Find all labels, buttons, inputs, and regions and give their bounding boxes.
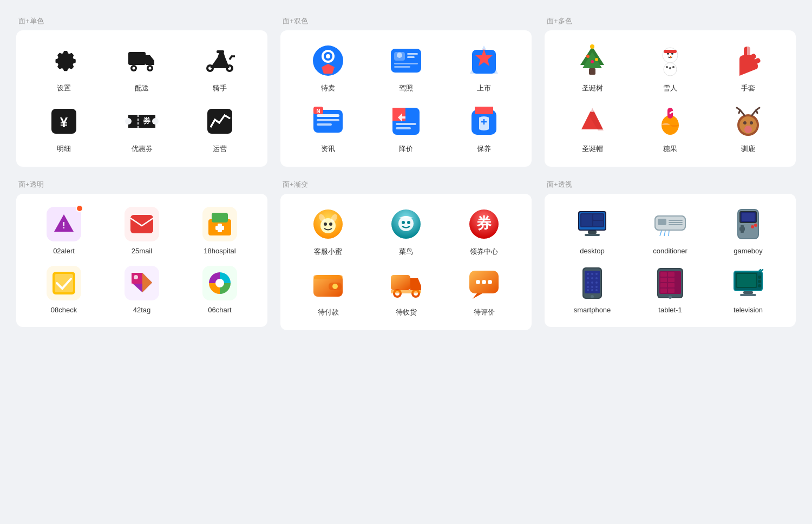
svg-point-20 [326, 54, 330, 58]
section-perspective-title: 面+透视 [545, 180, 796, 189]
voucher-icon: 券 [467, 207, 501, 241]
svg-point-45 [586, 55, 590, 58]
list-item: ¥ 明细 [25, 104, 103, 154]
card-perspective: desktop [545, 194, 796, 327]
svg-point-104 [482, 280, 486, 284]
maintain-icon [467, 104, 501, 139]
svg-point-139 [591, 273, 593, 275]
svg-point-93 [332, 284, 338, 289]
list-item: 待收货 [367, 267, 445, 317]
snowman-icon [653, 43, 687, 78]
svg-rect-9 [217, 50, 224, 53]
svg-point-152 [595, 289, 598, 291]
icon-label: 08check [51, 306, 77, 314]
svg-text:!: ! [62, 221, 65, 230]
desktop-icon [575, 207, 610, 241]
icon-label: 明细 [57, 144, 71, 154]
svg-point-165 [669, 296, 672, 299]
yen-icon: ¥ [47, 104, 81, 139]
svg-text:券: 券 [142, 116, 151, 125]
list-item: 驾照 [367, 43, 445, 93]
icon-label: tablet-1 [658, 306, 682, 314]
icon-label: 领券中心 [470, 247, 498, 257]
icon-label: smartphone [574, 306, 611, 314]
smartphone-icon [575, 266, 610, 300]
icon-label: 糖果 [663, 144, 677, 154]
news-icon: N [311, 104, 345, 139]
svg-point-82 [329, 222, 332, 226]
svg-line-123 [664, 231, 665, 236]
xmas-hat-icon [575, 104, 610, 139]
svg-point-131 [751, 225, 754, 228]
svg-rect-176 [740, 294, 756, 296]
svg-rect-161 [660, 283, 667, 287]
list-item: 待评价 [445, 267, 523, 317]
svg-point-4 [149, 67, 152, 70]
svg-point-48 [590, 44, 594, 49]
svg-rect-175 [743, 291, 753, 294]
svg-rect-100 [391, 290, 421, 293]
conditioner-icon [653, 207, 687, 241]
svg-point-143 [595, 277, 598, 279]
svg-rect-114 [585, 234, 600, 236]
svg-rect-133 [742, 213, 755, 221]
list-item: 菜鸟 [367, 207, 445, 257]
svg-point-140 [595, 273, 598, 275]
icon-label: 运营 [213, 144, 227, 154]
svg-point-151 [591, 289, 593, 291]
svg-rect-120 [669, 222, 683, 223]
list-item: 设置 [25, 43, 103, 93]
delivery-truck-icon [125, 43, 159, 78]
xmas-tree-icon [575, 43, 610, 78]
section-multi-title: 面+多色 [545, 16, 796, 26]
svg-point-174 [758, 284, 761, 287]
svg-marker-102 [473, 293, 482, 299]
list-item: 运营 [181, 104, 259, 154]
icon-label: 待付款 [318, 307, 339, 317]
pending-pay-icon [311, 267, 345, 302]
list-item: 券 领券中心 [445, 207, 523, 257]
list-item: smartphone [553, 266, 631, 314]
section-multi: 面+多色 圣诞树 [545, 16, 796, 167]
svg-point-172 [758, 276, 761, 279]
svg-point-142 [591, 277, 593, 279]
icon-label: 优惠券 [132, 144, 153, 154]
svg-line-122 [660, 231, 662, 236]
svg-point-145 [591, 281, 593, 284]
section-mono: 面+单色 设置 [16, 16, 267, 167]
svg-point-141 [587, 277, 589, 279]
icon-label: television [734, 306, 763, 314]
icon-label: 02alert [53, 247, 75, 255]
svg-rect-119 [669, 220, 683, 221]
list-item: 圣诞树 [553, 43, 631, 93]
list-item: desktop [553, 207, 631, 255]
svg-point-146 [595, 281, 598, 284]
section-transparent: 面+透明 ! 02alert [16, 180, 267, 330]
svg-rect-157 [660, 272, 667, 277]
svg-text:N: N [316, 108, 320, 114]
reindeer-icon [731, 104, 765, 139]
svg-rect-71 [212, 213, 228, 222]
list-item: N 资讯 [289, 104, 367, 154]
svg-rect-0 [128, 52, 146, 65]
svg-rect-33 [317, 119, 339, 121]
pie-chart-icon [202, 266, 237, 300]
list-item: 手套 [709, 43, 787, 93]
svg-point-149 [595, 286, 598, 288]
tag-icon [125, 266, 159, 300]
svg-rect-32 [317, 114, 339, 117]
market-icon [467, 43, 501, 78]
svg-rect-44 [589, 68, 595, 75]
icon-label: 手套 [741, 83, 755, 93]
svg-point-55 [669, 67, 671, 69]
scooter-icon [202, 43, 237, 78]
svg-rect-130 [739, 227, 745, 231]
list-item: 42tag [103, 266, 181, 314]
svg-rect-53 [664, 50, 677, 53]
icon-label: 驯鹿 [741, 144, 755, 154]
icon-label: 圣诞帽 [582, 144, 603, 154]
svg-rect-158 [668, 272, 675, 277]
icon-label: desktop [580, 247, 605, 255]
list-item: 降价 [367, 104, 445, 154]
alert-icon: ! [47, 207, 81, 241]
